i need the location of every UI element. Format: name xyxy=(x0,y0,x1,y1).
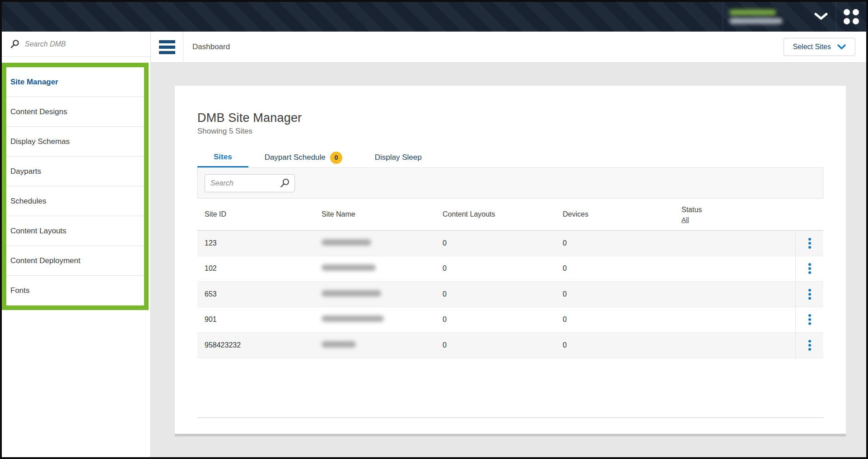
cell-content-layouts: 0 xyxy=(435,315,555,324)
cell-devices: 0 xyxy=(555,315,674,324)
cell-site-name xyxy=(314,341,435,349)
cell-site-id: 123 xyxy=(197,239,314,247)
sites-table: Site ID Site Name Content Layouts Device… xyxy=(197,199,823,358)
table-body: 123 0 0 102 0 0 653 0 0 xyxy=(197,231,823,358)
tab-daypart-schedule[interactable]: Daypart Schedule 0 xyxy=(248,148,359,167)
main-area: Dashboard Select Sites DMB Site Manager … xyxy=(151,32,866,457)
cell-site-name xyxy=(314,239,435,247)
tab-sites[interactable]: Sites xyxy=(197,148,248,167)
grid-dots-icon xyxy=(844,9,859,24)
page-subtitle: Showing 5 Sites xyxy=(197,127,823,136)
breadcrumb-bar: Dashboard Select Sites xyxy=(151,32,866,63)
table-row: 123 0 0 xyxy=(197,231,823,256)
column-header-status: Status All xyxy=(674,206,795,223)
cell-devices: 0 xyxy=(555,264,674,273)
sidebar-nav-item-label: Schedules xyxy=(10,197,46,206)
cell-actions xyxy=(795,256,823,282)
tab-bar: Sites Daypart Schedule 0 Display Sleep xyxy=(197,148,823,167)
user-name-line2 xyxy=(729,18,783,24)
sidebar: Site Manager Content Designs Display Sch… xyxy=(2,32,151,457)
sidebar-item-content-designs[interactable]: Content Designs xyxy=(6,97,144,127)
cell-actions xyxy=(795,282,823,307)
table-row: 653 0 0 xyxy=(197,282,823,307)
sidebar-item-fonts[interactable]: Fonts xyxy=(6,276,144,306)
sidebar-nav-item-label: Fonts xyxy=(10,286,30,295)
user-name-line1 xyxy=(729,9,776,15)
sidebar-search-input[interactable] xyxy=(25,40,115,48)
content-background: DMB Site Manager Showing 5 Sites Sites D… xyxy=(151,63,866,457)
table-search-panel xyxy=(197,167,823,199)
cell-site-id: 958423232 xyxy=(197,341,314,349)
search-icon[interactable] xyxy=(280,178,290,188)
sidebar-nav-item-label: Display Schemas xyxy=(10,137,70,146)
menu-toggle-button[interactable] xyxy=(151,32,183,62)
site-name-redacted xyxy=(322,239,371,246)
cell-site-id: 901 xyxy=(197,315,314,324)
sidebar-nav-item-label: Site Manager xyxy=(10,78,58,87)
tab-badge: 0 xyxy=(330,152,342,164)
cell-site-name xyxy=(314,264,435,273)
sidebar-search xyxy=(2,32,150,57)
site-manager-card: DMB Site Manager Showing 5 Sites Sites D… xyxy=(175,86,846,434)
kebab-icon[interactable] xyxy=(806,260,814,277)
cell-devices: 0 xyxy=(555,341,674,349)
site-name-redacted xyxy=(322,290,381,297)
cell-actions xyxy=(795,231,823,256)
table-header-row: Site ID Site Name Content Layouts Device… xyxy=(197,199,823,231)
breadcrumb: Dashboard xyxy=(192,42,230,51)
table-search-field xyxy=(205,174,295,192)
app-launcher-button[interactable] xyxy=(836,2,866,32)
sidebar-item-schedules[interactable]: Schedules xyxy=(6,186,144,216)
tab-label: Sites xyxy=(214,153,232,162)
chevron-down-icon xyxy=(814,13,828,21)
table-search-input[interactable] xyxy=(210,179,280,187)
site-name-redacted xyxy=(322,341,356,348)
sidebar-menu: Site Manager Content Designs Display Sch… xyxy=(6,67,144,306)
sidebar-nav-item-label: Content Deployment xyxy=(10,256,80,265)
table-row: 958423232 0 0 xyxy=(197,333,823,358)
select-sites-button[interactable]: Select Sites xyxy=(784,38,855,56)
sidebar-nav-item-label: Content Designs xyxy=(10,107,67,116)
column-header-site-name: Site Name xyxy=(314,210,435,218)
top-bar xyxy=(2,2,866,32)
sidebar-item-content-deployment[interactable]: Content Deployment xyxy=(6,246,144,276)
card-bottom-divider xyxy=(197,417,823,418)
sidebar-nav-item-label: Dayparts xyxy=(10,167,41,176)
sidebar-item-content-layouts[interactable]: Content Layouts xyxy=(6,216,144,246)
tab-label: Daypart Schedule xyxy=(265,153,326,162)
kebab-icon[interactable] xyxy=(806,337,814,353)
sidebar-item-site-manager[interactable]: Site Manager xyxy=(6,67,144,97)
select-sites-label: Select Sites xyxy=(793,43,831,51)
cell-actions xyxy=(795,307,823,333)
cell-content-layouts: 0 xyxy=(435,239,555,247)
sidebar-item-display-schemas[interactable]: Display Schemas xyxy=(6,127,144,157)
page-title: DMB Site Manager xyxy=(197,111,823,125)
cell-site-name xyxy=(314,290,435,298)
kebab-icon[interactable] xyxy=(806,235,814,251)
cell-content-layouts: 0 xyxy=(435,290,555,298)
column-header-devices: Devices xyxy=(555,210,674,218)
kebab-icon[interactable] xyxy=(806,311,814,328)
cell-devices: 0 xyxy=(555,290,674,298)
table-row: 901 0 0 xyxy=(197,307,823,333)
status-filter-all-link[interactable]: All xyxy=(681,216,795,223)
cell-site-id: 102 xyxy=(197,264,314,273)
sidebar-item-dayparts[interactable]: Dayparts xyxy=(6,157,144,186)
annotation-highlight-box: Site Manager Content Designs Display Sch… xyxy=(2,63,149,310)
user-menu[interactable] xyxy=(723,2,836,32)
column-header-site-id: Site ID xyxy=(197,210,314,218)
site-name-redacted xyxy=(322,264,376,271)
sidebar-nav-item-label: Content Layouts xyxy=(10,227,66,236)
cell-actions xyxy=(795,333,823,358)
table-row: 102 0 0 xyxy=(197,256,823,282)
topbar-stripes xyxy=(2,2,723,32)
search-icon xyxy=(10,39,19,49)
cell-content-layouts: 0 xyxy=(435,341,555,349)
cell-devices: 0 xyxy=(555,239,674,247)
chevron-down-icon xyxy=(837,44,846,50)
status-label: Status xyxy=(681,206,702,213)
tab-display-sleep[interactable]: Display Sleep xyxy=(359,148,438,167)
cell-content-layouts: 0 xyxy=(435,264,555,273)
kebab-icon[interactable] xyxy=(806,286,814,302)
cell-site-id: 653 xyxy=(197,290,314,298)
